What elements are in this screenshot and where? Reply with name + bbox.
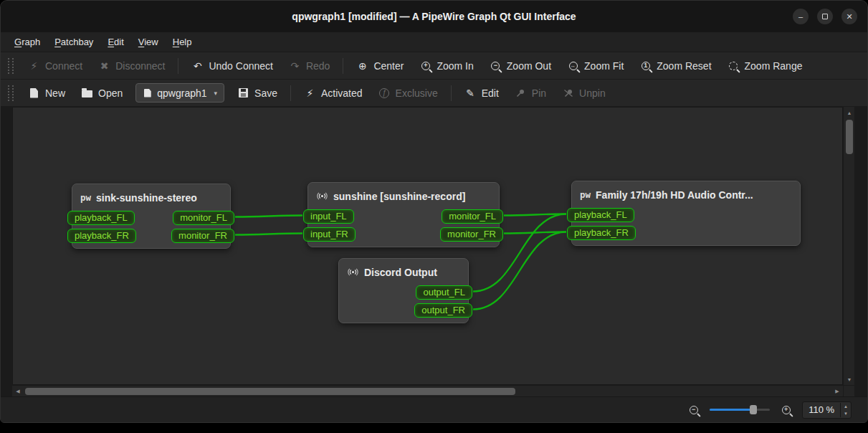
node-title: Family 17h/19h HD Audio Contr... <box>596 189 753 201</box>
horizontal-scrollbar-thumb[interactable] <box>25 388 515 395</box>
redo-button[interactable]: ↷ Redo <box>282 55 337 76</box>
node-title: sunshine [sunshine-record] <box>333 191 465 202</box>
zoom-out-icon[interactable]: − <box>687 404 700 416</box>
connect-button[interactable]: ⚡ Connect <box>21 55 90 76</box>
unpin-button[interactable]: Unpin <box>555 82 613 103</box>
toolbar-separator <box>343 58 343 74</box>
connect-icon: ⚡ <box>28 60 40 72</box>
spin-down-arrow[interactable]: ▼ <box>841 410 851 417</box>
node-sunshine[interactable]: sunshine [sunshine-record] input_FL moni… <box>307 182 500 247</box>
undo-connect-button[interactable]: ↶ Undo Connect <box>184 55 280 76</box>
node-title: Discord Output <box>364 267 437 278</box>
zoom-in-icon[interactable]: + <box>780 404 792 416</box>
minimize-icon: – <box>798 13 803 21</box>
port-output[interactable]: monitor_FL <box>173 211 234 225</box>
patchbay-select-value: qpwgraph1 <box>157 87 206 99</box>
node-family-hd-audio[interactable]: pw Family 17h/19h HD Audio Contr... play… <box>571 181 801 246</box>
menu-help[interactable]: Help <box>166 34 199 50</box>
port-input[interactable]: playback_FL <box>567 208 634 222</box>
app-window: qpwgraph1 [modified] — A PipeWire Graph … <box>0 0 868 423</box>
menu-edit[interactable]: Edit <box>101 34 130 50</box>
menu-bar: Graph Patchbay Edit View Help <box>1 32 867 52</box>
disconnect-button[interactable]: ✖ Disconnect <box>91 55 172 76</box>
activated-toggle[interactable]: ⚡ Activated <box>297 82 370 103</box>
window-controls: – ✕ <box>793 1 857 32</box>
connection-cable[interactable] <box>235 234 302 235</box>
close-button[interactable]: ✕ <box>841 9 857 24</box>
undo-icon: ↶ <box>191 60 204 72</box>
port-input[interactable]: playback_FR <box>67 229 136 243</box>
zoom-in-icon: + <box>419 60 431 72</box>
close-icon: ✕ <box>846 13 852 21</box>
zoom-reset-button[interactable]: 1 Zoom Reset <box>632 55 718 76</box>
save-patchbay-button[interactable]: Save <box>230 82 285 103</box>
window-title: qpwgraph1 [modified] — A PipeWire Graph … <box>292 11 576 22</box>
center-icon: ⊕ <box>356 60 368 72</box>
graph-toolbar: ⚡ Connect ✖ Disconnect ↶ Undo Connect ↷ … <box>1 52 867 80</box>
port-input[interactable]: input_FL <box>303 209 354 224</box>
zoom-fit-button[interactable]: ↔ Zoom Fit <box>560 55 631 76</box>
port-output[interactable]: monitor_FR <box>440 227 503 242</box>
open-patchbay-button[interactable]: Open <box>74 82 130 103</box>
zoom-fit-icon: ↔ <box>567 60 579 72</box>
zoom-slider[interactable] <box>710 405 770 415</box>
zoom-reset-icon: 1 <box>639 60 652 72</box>
maximize-icon <box>822 14 828 19</box>
menu-patchbay[interactable]: Patchbay <box>48 34 100 50</box>
zoom-value[interactable]: 110 % <box>803 404 840 415</box>
toolbar-drag-handle[interactable] <box>8 58 14 74</box>
edit-toggle[interactable]: ✎ Edit <box>457 82 506 103</box>
port-output[interactable]: monitor_FL <box>442 209 503 224</box>
scroll-right-arrow[interactable]: ▶ <box>831 386 843 397</box>
port-output[interactable]: output_FL <box>416 285 472 300</box>
zoom-spinbox[interactable]: 110 % ▲ ▼ <box>802 401 852 419</box>
scroll-left-arrow[interactable]: ◀ <box>12 386 24 397</box>
port-output[interactable]: monitor_FR <box>171 229 234 243</box>
save-icon <box>237 87 249 99</box>
menu-graph[interactable]: Graph <box>8 34 47 50</box>
node-sink-sunshine-stereo[interactable]: pw sink-sunshine-stereo playback_FL moni… <box>72 184 231 249</box>
port-output[interactable]: output_FR <box>414 303 472 318</box>
patchbay-file-icon <box>143 87 152 99</box>
patchbay-select[interactable]: qpwgraph1 ▾ <box>135 83 224 103</box>
maximize-button[interactable] <box>817 9 833 24</box>
open-folder-icon <box>81 87 93 99</box>
dropdown-arrow-icon: ▾ <box>214 90 218 97</box>
node-discord-output[interactable]: Discord Output output_FL output_FR <box>338 258 469 323</box>
new-patchbay-button[interactable]: New <box>21 82 72 103</box>
vertical-scrollbar-thumb[interactable] <box>846 120 853 154</box>
port-input[interactable]: playback_FR <box>567 226 636 240</box>
vertical-scrollbar: ▲ ▼ <box>843 107 854 396</box>
spin-up-arrow[interactable]: ▲ <box>841 403 851 410</box>
zoom-range-button[interactable]: Zoom Range <box>720 55 810 76</box>
minimize-button[interactable]: – <box>793 9 809 24</box>
scroll-down-arrow[interactable]: ▼ <box>844 373 855 385</box>
port-input[interactable]: input_FR <box>303 227 356 242</box>
zoom-slider-handle[interactable] <box>750 405 757 414</box>
title-bar[interactable]: qpwgraph1 [modified] — A PipeWire Graph … <box>1 1 867 32</box>
activated-icon: ⚡ <box>304 87 316 99</box>
scrollbar-corner <box>844 385 854 396</box>
unpin-icon <box>562 87 574 99</box>
exclusive-toggle[interactable]: ƒ Exclusive <box>371 82 445 103</box>
node-title: sink-sunshine-stereo <box>96 192 197 204</box>
scroll-up-arrow[interactable]: ▲ <box>844 107 855 118</box>
right-gutter <box>854 107 867 396</box>
center-button[interactable]: ⊕ Center <box>349 55 411 76</box>
pipewire-icon: pw <box>80 192 91 203</box>
pin-button[interactable]: Pin <box>507 82 553 103</box>
toolbar-separator <box>178 58 178 74</box>
port-input[interactable]: playback_FL <box>67 211 135 225</box>
exclusive-icon: ƒ <box>378 87 391 99</box>
toolbar-drag-handle[interactable] <box>8 85 14 101</box>
menu-view[interactable]: View <box>132 34 165 50</box>
zoom-out-button[interactable]: − Zoom Out <box>482 55 558 76</box>
vertical-scrollbar-track[interactable] <box>844 154 854 373</box>
zoom-spin-buttons: ▲ ▼ <box>840 403 851 417</box>
connection-cable[interactable] <box>235 216 302 217</box>
zoom-range-icon <box>728 60 740 72</box>
stream-icon <box>316 190 328 202</box>
graph-canvas[interactable]: pw sink-sunshine-stereo playback_FL moni… <box>12 107 843 385</box>
left-gutter <box>1 107 12 396</box>
zoom-in-button[interactable]: + Zoom In <box>412 55 480 76</box>
